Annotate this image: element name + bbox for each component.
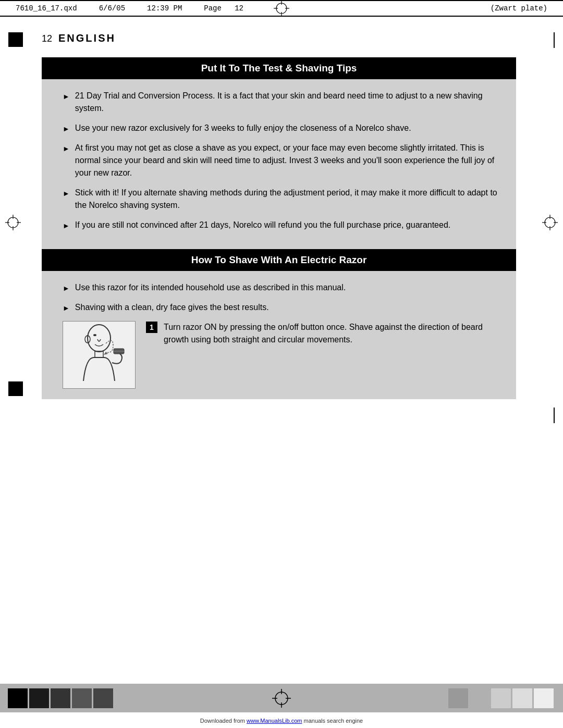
section2-title: How To Shave With An Electric Razor (191, 254, 367, 265)
section1-content: ► 21 Day Trial and Conversion Process. I… (42, 79, 516, 249)
time: 12:39 PM (147, 4, 182, 13)
list-item: ► Shaving with a clean, dry face gives t… (63, 301, 500, 314)
registration-square-top-left (8, 32, 23, 47)
bullet-arrow-icon: ► (63, 91, 70, 102)
language-heading: ENGLISH (58, 32, 116, 44)
crosshair-icon-left (5, 215, 21, 230)
bullet-text: Use this razor for its intended househol… (75, 281, 346, 294)
bullet-arrow-icon: ► (63, 283, 70, 294)
list-item: ► Use this razor for its intended househ… (63, 281, 500, 294)
step1-description: Turn razor ON by pressing the on/off but… (164, 321, 500, 346)
section2-header: How To Shave With An Electric Razor (42, 249, 516, 271)
registration-line-bottom-right (554, 408, 555, 423)
crosshair-right (542, 215, 558, 232)
crosshair-icon-right (542, 215, 558, 230)
page-num: 12 (235, 4, 243, 13)
color-swatch-dark1 (51, 688, 70, 708)
color-swatches-right (440, 684, 563, 712)
color-swatches-left (0, 684, 123, 712)
list-item: ► At first you may not get as close a sh… (63, 142, 500, 179)
right-margin (532, 17, 563, 415)
bottom-bar (0, 684, 563, 712)
bullet-text: Stick with it! If you alternate shaving … (75, 187, 500, 212)
top-bar: 7610_16_17.qxd 6/6/05 12:39 PM Page 12 (… (0, 0, 563, 17)
step1-row: 1 Turn razor ON by pressing the on/off b… (63, 321, 500, 389)
shaving-figure-svg (65, 324, 133, 386)
bullet-arrow-icon: ► (63, 303, 70, 314)
page-number: 12 (42, 33, 52, 44)
crosshair-icon-bottom (272, 689, 291, 708)
bullet-arrow-icon: ► (63, 220, 70, 231)
step-number-badge: 1 (146, 322, 157, 333)
page-label: Page (204, 4, 222, 13)
bullet-text: At first you may not get as close a shav… (75, 142, 500, 179)
svg-point-12 (93, 334, 96, 336)
bullet-arrow-icon: ► (63, 188, 70, 199)
list-item: ► Use your new razor exclusively for 3 w… (63, 122, 500, 134)
page-wrapper: 7610_16_17.qxd 6/6/05 12:39 PM Page 12 (… (0, 0, 563, 728)
bottom-crosshair-container (123, 689, 440, 708)
bullet-text: 21 Day Trial and Conversion Process. It … (75, 90, 500, 115)
page-content: 12 ENGLISH Put It To The Test & Shaving … (0, 17, 563, 415)
section2-bullet-list: ► Use this razor for its intended househ… (63, 281, 500, 314)
main-content: 12 ENGLISH Put It To The Test & Shaving … (31, 17, 532, 415)
crosshair-icon (274, 1, 289, 16)
color-swatch-dark3 (93, 688, 113, 708)
filename: 7610_16_17.qxd (16, 4, 77, 13)
step-number-label: 1 (150, 322, 154, 333)
step1-text-block: 1 Turn razor ON by pressing the on/off b… (146, 321, 500, 346)
svg-marker-16 (104, 352, 108, 355)
color-swatch-gray5 (534, 688, 554, 708)
registration-square-bottom-left (8, 381, 23, 396)
color-swatch-dark2 (72, 688, 92, 708)
page-heading: 12 ENGLISH (42, 32, 521, 44)
footer: Downloaded from www.ManualsLib.com manua… (0, 718, 563, 724)
left-margin (0, 17, 31, 415)
file-info: 7610_16_17.qxd 6/6/05 12:39 PM Page 12 (16, 4, 243, 13)
bullet-arrow-icon: ► (63, 124, 70, 134)
section2-content: ► Use this razor for its intended househ… (42, 271, 516, 399)
color-swatch-gray4 (512, 688, 532, 708)
footer-link[interactable]: www.ManualsLib.com (247, 718, 302, 724)
color-swatch-black1 (8, 688, 28, 708)
plate-info: (Zwart plate) (491, 4, 547, 13)
footer-text-before: Downloaded from (200, 718, 247, 724)
color-swatch-gray2 (470, 688, 489, 708)
bullet-text: If you are still not convinced after 21 … (75, 219, 450, 231)
section1-bullet-list: ► 21 Day Trial and Conversion Process. I… (63, 90, 500, 231)
section1-header: Put It To The Test & Shaving Tips (42, 57, 516, 79)
svg-point-10 (88, 325, 111, 352)
color-swatch-gray1 (448, 688, 468, 708)
gray-content-area: Put It To The Test & Shaving Tips ► 21 D… (42, 57, 516, 399)
section1-title: Put It To The Test & Shaving Tips (201, 63, 357, 73)
list-item: ► If you are still not convinced after 2… (63, 219, 500, 231)
list-item: ► 21 Day Trial and Conversion Process. I… (63, 90, 500, 115)
list-item: ► Stick with it! If you alternate shavin… (63, 187, 500, 212)
bullet-arrow-icon: ► (63, 143, 70, 154)
footer-text-after: manuals search engine (302, 718, 363, 724)
crosshair-left (5, 215, 21, 232)
bullet-text: Use your new razor exclusively for 3 wee… (75, 122, 411, 134)
shaving-illustration (63, 321, 136, 389)
color-swatch-black2 (29, 688, 49, 708)
registration-line-top-right (554, 32, 555, 48)
bullet-text: Shaving with a clean, dry face gives the… (75, 301, 269, 314)
date: 6/6/05 (99, 4, 125, 13)
color-swatch-gray3 (491, 688, 511, 708)
